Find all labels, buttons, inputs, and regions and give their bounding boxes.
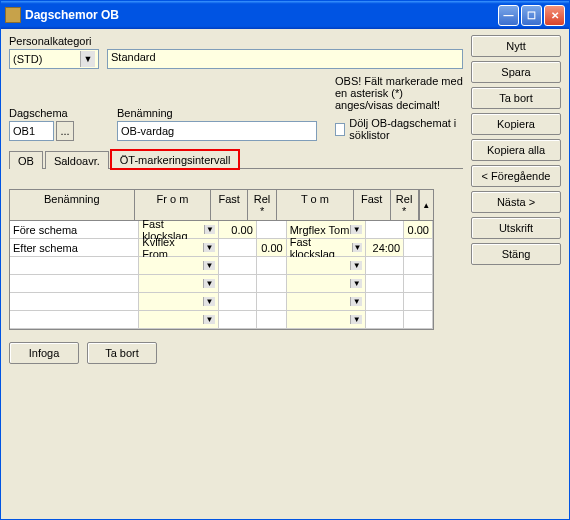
decimal-note: OBS! Fält markerade med en asterisk (*) … xyxy=(335,75,463,111)
chevron-down-icon: ▼ xyxy=(352,243,363,252)
personalkategori-combo[interactable]: (STD) ▼ xyxy=(9,49,99,69)
chevron-down-icon: ▼ xyxy=(350,297,362,306)
chevron-down-icon: ▼ xyxy=(204,225,215,234)
cell-rel[interactable]: 0.00 xyxy=(257,239,287,256)
table-row[interactable]: ▼ ▼ xyxy=(10,257,433,275)
stang-button[interactable]: Stäng xyxy=(471,243,561,265)
chevron-down-icon: ▼ xyxy=(350,315,362,324)
col-rel: Rel * xyxy=(248,190,277,220)
maximize-button[interactable]: ☐ xyxy=(521,5,542,26)
personalkategori-value: (STD) xyxy=(13,53,42,65)
chevron-down-icon: ▼ xyxy=(203,261,215,270)
cell-to[interactable]: Fast klockslag▼ xyxy=(287,239,367,256)
cell-fast2[interactable]: 24:00 xyxy=(366,239,404,256)
chevron-down-icon: ▼ xyxy=(80,51,95,67)
cell-rel2[interactable] xyxy=(404,239,433,256)
kopiera-button[interactable]: Kopiera xyxy=(471,113,561,135)
spara-button[interactable]: Spara xyxy=(471,61,561,83)
utskrift-button[interactable]: Utskrift xyxy=(471,217,561,239)
benamning-input[interactable] xyxy=(117,121,317,141)
col-fast2: Fast xyxy=(354,190,391,220)
grid-body: Före schema Fast klockslag▼ 0.00 Mrgflex… xyxy=(10,221,433,329)
tabort-local-button[interactable]: Ta bort xyxy=(87,342,157,364)
dagschema-browse-button[interactable]: ... xyxy=(56,121,74,141)
cell-rel2[interactable]: 0.00 xyxy=(404,221,433,238)
chevron-down-icon: ▼ xyxy=(203,243,215,252)
chevron-down-icon: ▼ xyxy=(350,225,362,234)
grid: Benämning Fr o m Fast Rel * T o m Fast R… xyxy=(9,189,434,330)
cell-name: Efter schema xyxy=(10,239,139,256)
main-panel: Personalkategori (STD) ▼ Standard Dagsch… xyxy=(9,35,463,511)
chevron-down-icon: ▼ xyxy=(350,279,362,288)
tab-saldoavr[interactable]: Saldoavr. xyxy=(45,151,109,169)
table-row[interactable]: ▼ ▼ xyxy=(10,311,433,329)
chevron-down-icon: ▼ xyxy=(203,315,215,324)
col-from: Fr o m xyxy=(135,190,212,220)
chevron-down-icon: ▼ xyxy=(203,297,215,306)
tab-ot-markeringsintervall[interactable]: ÖT-markeringsintervall xyxy=(111,150,240,169)
cell-rel[interactable] xyxy=(257,221,287,238)
label-dagschema: Dagschema xyxy=(9,107,79,119)
cell-name: Före schema xyxy=(10,221,139,238)
sidebar: Nytt Spara Ta bort Kopiera Kopiera alla … xyxy=(471,35,561,511)
app-window: Dagschemor OB — ☐ ✕ Personalkategori (ST… xyxy=(0,0,570,520)
col-fast: Fast xyxy=(211,190,248,220)
nytt-button[interactable]: Nytt xyxy=(471,35,561,57)
table-row[interactable]: ▼ ▼ xyxy=(10,275,433,293)
close-button[interactable]: ✕ xyxy=(544,5,565,26)
cell-fast2[interactable] xyxy=(366,221,404,238)
standard-value: Standard xyxy=(111,51,156,63)
titlebar: Dagschemor OB — ☐ ✕ xyxy=(1,1,569,29)
infoga-button[interactable]: Infoga xyxy=(9,342,79,364)
tab-ob[interactable]: OB xyxy=(9,151,43,169)
standard-text[interactable]: Standard xyxy=(107,49,463,69)
tabort-button[interactable]: Ta bort xyxy=(471,87,561,109)
tab-strip: OB Saldoavr. ÖT-markeringsintervall xyxy=(9,149,463,169)
label-benamning: Benämning xyxy=(117,107,317,119)
dagschema-input[interactable] xyxy=(9,121,54,141)
nasta-button[interactable]: Nästa > xyxy=(471,191,561,213)
col-rel2: Rel * xyxy=(391,190,419,220)
table-row[interactable]: ▼ ▼ xyxy=(10,293,433,311)
table-row[interactable]: Före schema Fast klockslag▼ 0.00 Mrgflex… xyxy=(10,221,433,239)
cell-fast[interactable]: 0.00 xyxy=(219,221,257,238)
label-personalkategori: Personalkategori xyxy=(9,35,99,47)
app-icon xyxy=(5,7,21,23)
chevron-down-icon: ▼ xyxy=(203,279,215,288)
spacer-label xyxy=(107,35,463,47)
foregaende-button[interactable]: < Föregående xyxy=(471,165,561,187)
hide-checkbox-label: Dölj OB-dagschemat i söklistor xyxy=(349,117,463,141)
scroll-up-icon[interactable]: ▲ xyxy=(419,190,433,220)
col-benamning: Benämning xyxy=(10,190,135,220)
chevron-down-icon: ▼ xyxy=(350,261,362,270)
minimize-button[interactable]: — xyxy=(498,5,519,26)
col-to: T o m xyxy=(277,190,354,220)
cell-fast[interactable] xyxy=(219,239,257,256)
window-title: Dagschemor OB xyxy=(25,8,498,22)
grid-header: Benämning Fr o m Fast Rel * T o m Fast R… xyxy=(10,190,433,221)
cell-from[interactable]: Kvlflex From▼ xyxy=(139,239,219,256)
kopiera-alla-button[interactable]: Kopiera alla xyxy=(471,139,561,161)
table-row[interactable]: Efter schema Kvlflex From▼ 0.00 Fast klo… xyxy=(10,239,433,257)
hide-checkbox[interactable] xyxy=(335,123,345,136)
